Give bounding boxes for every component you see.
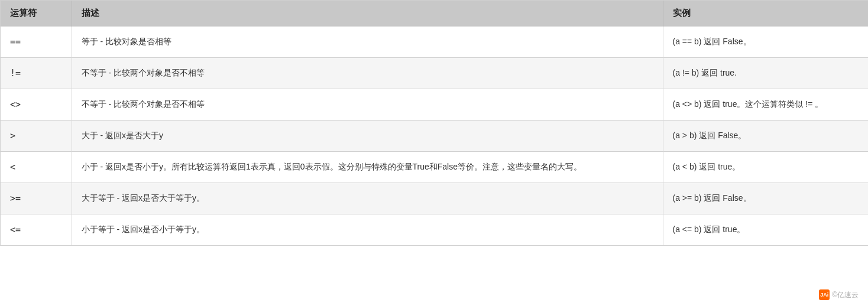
table-row: >=大于等于 - 返回x是否大于等于y。(a >= b) 返回 False。 [1, 183, 868, 214]
header-example: 实例 [663, 1, 868, 27]
table-row: <小于 - 返回x是否小于y。所有比较运算符返回1表示真，返回0表示假。这分别与… [1, 152, 868, 183]
watermark-text: ©亿速云 [832, 290, 859, 300]
table-row: <>不等于 - 比较两个对象是否不相等(a <> b) 返回 true。这个运算… [1, 89, 868, 121]
cell-description: 小于 - 返回x是否小于y。所有比较运算符返回1表示真，返回0表示假。这分别与特… [72, 152, 663, 183]
header-operator: 运算符 [1, 1, 72, 27]
cell-description: 不等于 - 比较两个对象是否不相等 [72, 58, 663, 89]
watermark-logo: JAi [819, 289, 830, 300]
cell-operator: <= [1, 214, 72, 246]
cell-example: (a == b) 返回 False。 [663, 27, 868, 58]
table-row: ==等于 - 比较对象是否相等(a == b) 返回 False。 [1, 27, 868, 58]
cell-operator: <> [1, 89, 72, 121]
header-description: 描述 [72, 1, 663, 27]
cell-operator: != [1, 58, 72, 89]
cell-operator: == [1, 27, 72, 58]
cell-example: (a < b) 返回 true。 [663, 152, 868, 183]
cell-example: (a <> b) 返回 true。这个运算符类似 != 。 [663, 89, 868, 121]
watermark: JAi ©亿速云 [819, 289, 859, 300]
table-row: !=不等于 - 比较两个对象是否不相等(a != b) 返回 true. [1, 58, 868, 89]
cell-example: (a >= b) 返回 False。 [663, 183, 868, 214]
table-header-row: 运算符 描述 实例 [1, 1, 868, 27]
cell-example: (a <= b) 返回 true。 [663, 214, 868, 246]
cell-example: (a != b) 返回 true. [663, 58, 868, 89]
cell-description: 大于 - 返回x是否大于y [72, 121, 663, 152]
cell-description: 小于等于 - 返回x是否小于等于y。 [72, 214, 663, 246]
cell-example: (a > b) 返回 False。 [663, 121, 868, 152]
comparison-operators-table: 运算符 描述 实例 ==等于 - 比较对象是否相等(a == b) 返回 Fal… [0, 0, 868, 246]
table-row: >大于 - 返回x是否大于y(a > b) 返回 False。 [1, 121, 868, 152]
cell-description: 等于 - 比较对象是否相等 [72, 27, 663, 58]
cell-description: 大于等于 - 返回x是否大于等于y。 [72, 183, 663, 214]
cell-operator: > [1, 121, 72, 152]
cell-operator: >= [1, 183, 72, 214]
table-row: <=小于等于 - 返回x是否小于等于y。(a <= b) 返回 true。 [1, 214, 868, 246]
cell-description: 不等于 - 比较两个对象是否不相等 [72, 89, 663, 121]
cell-operator: < [1, 152, 72, 183]
